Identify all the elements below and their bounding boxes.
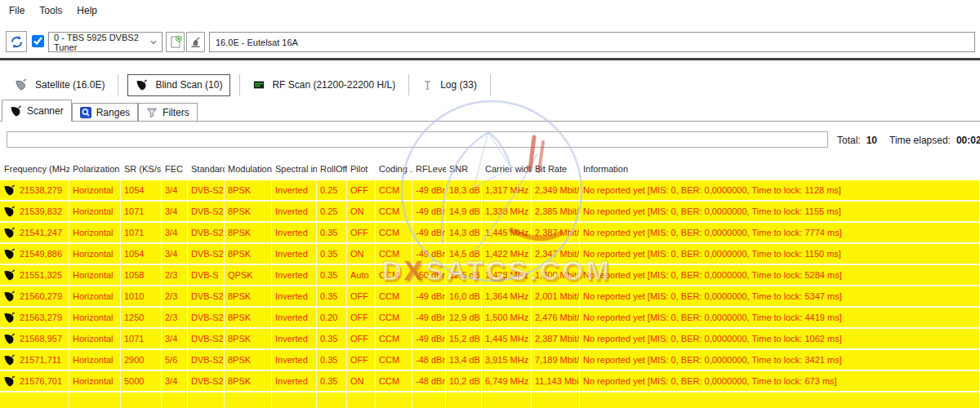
table-row[interactable]: 21560,279Horizontal10102/3DVB-S28PSKInve… — [0, 286, 980, 306]
cell-pilot — [347, 392, 376, 408]
cell-sr: 2900 — [121, 350, 162, 370]
table-row[interactable]: 21539,832Horizontal10713/4DVB-S28PSKInve… — [0, 202, 980, 221]
cell-spectral-inversion: Inverted — [272, 180, 317, 200]
tab-filters[interactable]: Filters — [138, 103, 198, 122]
cell-bit-rate: 2,001 Mbit/s — [532, 286, 580, 306]
column-header-modulation[interactable]: Modulation — [225, 157, 272, 180]
cell-carrier-width: 1,445 MHz — [482, 329, 532, 348]
cell-fec — [162, 392, 188, 408]
column-header-pilot[interactable]: Pilot — [347, 157, 376, 180]
tab-scanner[interactable]: Scanner — [2, 100, 72, 122]
tab-ranges[interactable]: Ranges — [72, 103, 138, 122]
cell-pilot: Auto — [347, 265, 376, 285]
column-header-standard[interactable]: Standard — [188, 157, 225, 180]
cell-pilot: OFF — [347, 180, 376, 200]
cell-modulation: 8PSK — [225, 244, 272, 264]
cell-pilot: ON — [347, 244, 376, 264]
column-header-frequency[interactable]: Frequency (MHz) — [0, 157, 69, 180]
cell-standard: DVB-S2 — [188, 350, 225, 370]
table-row[interactable]: 21576,701Horizontal50003/4DVB-S28PSKInve… — [0, 371, 980, 391]
column-header-fec[interactable]: FEC — [162, 157, 188, 180]
table-row[interactable]: 21538,279Horizontal10543/4DVB-S28PSKInve… — [0, 180, 980, 200]
cell-carrier-width: 1,445 MHz — [482, 223, 532, 242]
tab-divider — [239, 74, 240, 95]
cell-standard: DVB-S2 — [188, 329, 225, 348]
table-row[interactable]: 21549,886Horizontal10543/4DVB-S28PSKInve… — [0, 244, 980, 264]
cell-carrier-width: 1,338 MHz — [482, 202, 532, 221]
main-tab-bar: Satellite (16.0E) Blind Scan (10) RF Sca… — [0, 70, 980, 100]
cell-sr: 1054 — [121, 180, 162, 200]
cell-sr: 1010 — [121, 286, 162, 306]
tuner-select[interactable]: 0 - TBS 5925 DVBS2 Tuner — [48, 32, 163, 52]
satellite-dish-icon — [3, 184, 16, 197]
cell-fec: 3/4 — [162, 202, 188, 221]
cell-fec: 2/3 — [162, 308, 188, 327]
satellite-dish-icon — [3, 227, 16, 239]
cell-modulation: 8PSK — [225, 202, 272, 221]
cell-carrier-width: 1,364 MHz — [482, 286, 532, 306]
cell-snr: 12,6 dB — [446, 265, 482, 285]
menu-tools[interactable]: Tools — [32, 2, 69, 19]
column-header-information[interactable]: Information — [580, 157, 980, 180]
cell-rolloff — [317, 392, 347, 408]
cell-pilot: OFF — [347, 350, 376, 370]
cell-rflevel: -49 dBm — [412, 244, 446, 264]
column-header-rflevel[interactable]: RFLevel — [412, 157, 446, 180]
cell-frequency — [0, 392, 69, 408]
cell-information: No reported yet [MIS: 0, BER: 0,0000000,… — [580, 265, 980, 285]
funnel-icon — [146, 107, 158, 118]
cell-rflevel: -49 dBm — [412, 329, 446, 348]
cell-sr: 1071 — [121, 223, 162, 242]
edit-satellite-button[interactable] — [186, 32, 205, 52]
cell-frequency: 21541,247 — [0, 223, 69, 242]
column-header-sr[interactable]: SR (KS/s) — [121, 157, 162, 180]
cell-polarization: Horizontal — [69, 223, 121, 242]
total-label: Total: — [837, 135, 861, 146]
refresh-button[interactable] — [6, 31, 27, 52]
table-row[interactable]: 21541,247Horizontal10713/4DVB-S28PSKInve… — [0, 223, 980, 242]
table-header: Frequency (MHz)PolarizationSR (KS/s)FECS… — [0, 157, 980, 180]
cell-coding: CCM — [376, 244, 412, 264]
add-satellite-button[interactable] — [166, 32, 185, 52]
cell-information: No reported yet [MIS: 0, BER: 0,0000000,… — [580, 244, 980, 264]
rf-scan-icon — [253, 79, 265, 91]
cell-coding: CCM — [376, 308, 412, 327]
cell-modulation: 8PSK — [225, 223, 272, 242]
column-header-bit-rate[interactable]: Bit Rate — [532, 157, 580, 180]
cell-carrier-width: 1,500 MHz — [482, 308, 532, 327]
satellite-dish-icon — [10, 105, 22, 118]
add-document-icon — [169, 35, 182, 49]
table-row[interactable]: 21571,711Horizontal29005/6DVB-S28PSKInve… — [0, 350, 980, 370]
table-row[interactable]: 21551,325Horizontal10582/3DVB-SQPSKInver… — [0, 265, 980, 285]
tuner-enable-checkbox[interactable] — [32, 35, 44, 47]
cell-carrier-width: 1,422 MHz — [482, 244, 532, 264]
menu-file[interactable]: File — [2, 2, 32, 19]
satellite-dish-icon — [3, 206, 16, 218]
menu-help[interactable]: Help — [69, 2, 105, 19]
cell-snr: 10,2 dB — [446, 371, 482, 391]
column-header-snr[interactable]: SNR — [446, 157, 482, 180]
table-row[interactable]: 21563,279Horizontal12502/3DVB-S28PSKInve… — [0, 308, 980, 327]
column-header-rolloff[interactable]: RollOff — [317, 157, 347, 180]
column-header-spectral-inversion[interactable]: Spectral in... — [272, 157, 317, 180]
cell-rolloff: 0.35 — [317, 265, 347, 285]
tab-rf-scan[interactable]: RF Scan (21200-22200 H/L) — [246, 75, 403, 95]
cell-sr: 1071 — [121, 202, 162, 221]
table-row[interactable]: 21568,957Horizontal10713/4DVB-S28PSKInve… — [0, 329, 980, 348]
tab-blind-scan[interactable]: Blind Scan (10) — [127, 74, 230, 96]
antenna-icon — [189, 36, 202, 48]
cell-pilot: ON — [347, 202, 376, 221]
tab-satellite[interactable]: Satellite (16.0E) — [7, 74, 112, 96]
cell-modulation: 8PSK — [225, 286, 272, 306]
cell-modulation: 8PSK — [225, 350, 272, 370]
tab-log[interactable]: Log (33) — [415, 75, 484, 95]
column-header-coding[interactable]: Coding ... — [376, 157, 412, 180]
column-header-carrier-width[interactable]: Carrier width — [482, 157, 532, 180]
cell-frequency: 21538,279 — [0, 180, 69, 200]
cell-snr: 14,3 dB — [446, 223, 482, 242]
cell-spectral-inversion: Inverted — [272, 223, 317, 242]
cell-standard: DVB-S2 — [188, 202, 225, 221]
satellite-name-input[interactable] — [209, 32, 975, 52]
cell-carrier-width: 1,428 MHz — [482, 265, 532, 285]
column-header-polarization[interactable]: Polarization — [69, 157, 121, 180]
